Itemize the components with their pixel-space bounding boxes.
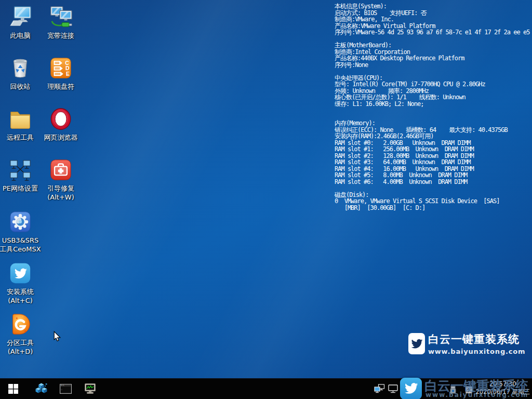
desktop-icon-label-line: 网页浏览器 <box>44 133 78 142</box>
system-info-line <box>335 185 529 192</box>
system-info-line: RAM slot #3: 64.00MB Unknown DRAM DIMM <box>335 159 529 166</box>
recycle-bin-icon <box>8 56 32 80</box>
windows-start-icon <box>8 383 19 394</box>
system-info-line: 型号: Intel(R) Core(TM) i7-7700HQ CPU @ 2.… <box>335 81 529 88</box>
system-info-line: [MBR] [30.00GB] [C: D:] <box>335 205 529 211</box>
desktop-icon-pe-network-setup[interactable]: PE网络设置 <box>0 158 41 193</box>
desktop-icon-this-pc[interactable]: 此电脑 <box>0 5 41 40</box>
system-info-line: 核心数(已开启/总数): 1/1 线程数: Unknown <box>335 94 529 101</box>
registry-icon <box>35 382 48 395</box>
taskbar-clock[interactable]: 20:57:30 2020/06/17 星期三 <box>476 380 530 395</box>
desktop-icon-label-line: 工具CeoMSX <box>0 245 41 254</box>
system-info-line: 制造商:VMware, Inc. <box>335 16 529 23</box>
cmd-icon: C:\_ <box>59 382 72 395</box>
desktop-icon-label-line: 安装系统 <box>7 287 34 296</box>
svg-text:E: E <box>66 71 70 77</box>
watermark-url: www.baiyunxitong.com <box>428 348 525 355</box>
clock-date: 2020/06/17 星期三 <box>476 388 530 396</box>
desktop-icon-label-line: 此电脑 <box>10 31 31 40</box>
desktop-icon-label-line: 宽带连接 <box>47 31 74 40</box>
system-info-line: RAM slot #5: 8.00MB Unknown DRAM DIMM <box>335 172 529 179</box>
system-info-line: 内存(Memory): <box>335 120 529 127</box>
desktop-icon-label-line: (Alt+D) <box>7 347 34 356</box>
desktop-icon-label-line: 回收站 <box>10 82 31 91</box>
desktop-icon-boot-repair[interactable]: 引导修复(Alt+W) <box>41 158 81 202</box>
desktop-icon-label: USB3&SRS工具CeoMSX <box>0 236 41 254</box>
desktop-icon-label: 宽带连接 <box>47 31 74 40</box>
system-info-line: 0 VMware, VMware Virtual S SCSI Disk Dev… <box>335 198 529 205</box>
desktop-icon-label: PE网络设置 <box>3 184 38 193</box>
desktop-icon-install-system[interactable]: 安装系统(Alt+C) <box>0 261 41 305</box>
network-tray-icon[interactable] <box>374 384 385 394</box>
drive-letters-icon: CDE <box>49 56 73 80</box>
clock-time: 20:57:30 <box>476 380 530 388</box>
desktop-icon-label: 网页浏览器 <box>44 133 78 142</box>
desktop-icon-usb3-srs-tool[interactable]: USB3&SRS工具CeoMSX <box>0 210 41 254</box>
install-bird-icon <box>8 261 32 285</box>
bird-logo-icon <box>408 333 425 354</box>
desktop-icon-label-line: USB3&SRS <box>0 236 41 245</box>
desktop-icon-web-browser[interactable]: 网页浏览器 <box>41 107 81 142</box>
desktop-icon-partition-tool[interactable]: 分区工具(Alt+D) <box>0 312 41 356</box>
system-info-line: 主板(MotherBoard): <box>335 42 529 49</box>
system-info-line <box>335 68 529 75</box>
pe-desktop: 此电脑回收站远程工具PE网络设置USB3&SRS工具CeoMSX安装系统(Alt… <box>0 0 532 399</box>
svg-text:C:\: C:\ <box>61 384 64 387</box>
watermark-title: 白云一键重装系统 <box>428 333 520 345</box>
partition-icon <box>8 312 32 336</box>
desktop-icon-label-line: (Alt+W) <box>47 193 74 202</box>
system-info-line <box>335 107 529 114</box>
watermark: 白云一键重装系统 www.baiyunxitong.com <box>408 333 532 356</box>
boot-repair-icon <box>49 158 73 182</box>
desktop-icon-label-line: 分区工具 <box>7 338 34 347</box>
system-info-line: 序列号:None <box>335 62 529 69</box>
arrow-cursor-icon <box>53 331 61 342</box>
command-prompt-button[interactable]: C:\_ <box>54 379 78 399</box>
desktop-icon-label: 理顺盘符 <box>47 82 74 91</box>
opera-icon <box>49 107 73 131</box>
network-icon <box>8 158 32 182</box>
desktop-icon-label: 此电脑 <box>10 31 31 40</box>
desktop-icon-label: 远程工具 <box>7 133 34 142</box>
system-info-line: 序列号:VMware-56 4d 25 93 96 a7 6f 58-7c e1… <box>335 29 529 36</box>
usb-tray-icon[interactable] <box>449 385 457 394</box>
desktop-icon-label: 分区工具(Alt+D) <box>7 338 34 356</box>
svg-text:?: ? <box>467 388 470 393</box>
system-info-line: RAM slot #1: 256.00MB Unknown DRAM DIMM <box>335 146 529 153</box>
system-info-panel: 本机信息(System):启动方式: BIOS 支持UEFI: 否制造商:VMw… <box>335 3 529 211</box>
input-indicator-icon[interactable]: ? <box>465 386 473 394</box>
desktop-icon-label-line: 远程工具 <box>7 133 34 142</box>
desktop-icon-label-line: 理顺盘符 <box>47 82 74 91</box>
taskbar: C:\_ ? 20:57:30 2020/06/17 星期三 白云一键重装系统 … <box>0 378 532 399</box>
desktop-icon-label-line: PE网络设置 <box>3 184 38 193</box>
desktop-icon-label-line: (Alt+C) <box>7 296 34 305</box>
task-manager-button[interactable] <box>78 379 102 399</box>
broadband-icon <box>49 5 73 29</box>
system-info-line: 缓存: L1: 16.00KB; L2: None; <box>335 101 529 108</box>
desktop-icon-label: 引导修复(Alt+W) <box>47 184 74 202</box>
system-info-line: 安装内存(RAM):2.46GB(2.46GB可用) <box>335 133 529 140</box>
registry-editor-button[interactable] <box>29 379 54 399</box>
desktop-icon-broadband[interactable]: 宽带连接 <box>41 5 81 40</box>
desktop-icon-label: 安装系统(Alt+C) <box>7 287 34 305</box>
desktop-icon-label: 回收站 <box>10 82 31 91</box>
system-info-line: 产品名称:440BX Desktop Reference Platform <box>335 55 529 62</box>
taskmgr-icon <box>84 382 97 395</box>
system-info-line: 本机信息(System): <box>335 3 529 10</box>
folder-icon <box>8 107 32 131</box>
desktop-icon-recycle-bin[interactable]: 回收站 <box>0 56 41 91</box>
desktop-icon-label-line: 引导修复 <box>47 184 74 193</box>
system-info-line: RAM slot #6: 4.00MB Unknown DRAM DIMM <box>335 179 529 185</box>
display-tray-icon[interactable] <box>388 384 398 394</box>
usb3-tool-icon <box>8 210 32 234</box>
bird-app-icon[interactable] <box>400 378 422 399</box>
start-button[interactable] <box>1 379 25 399</box>
desktop-icon-remote-tools[interactable]: 远程工具 <box>0 107 41 142</box>
desktop-icon-sort-drive-letters[interactable]: CDE理顺盘符 <box>41 56 81 91</box>
taskbar-app-buttons: C:\_ <box>29 379 102 399</box>
computer-icon <box>8 5 32 29</box>
